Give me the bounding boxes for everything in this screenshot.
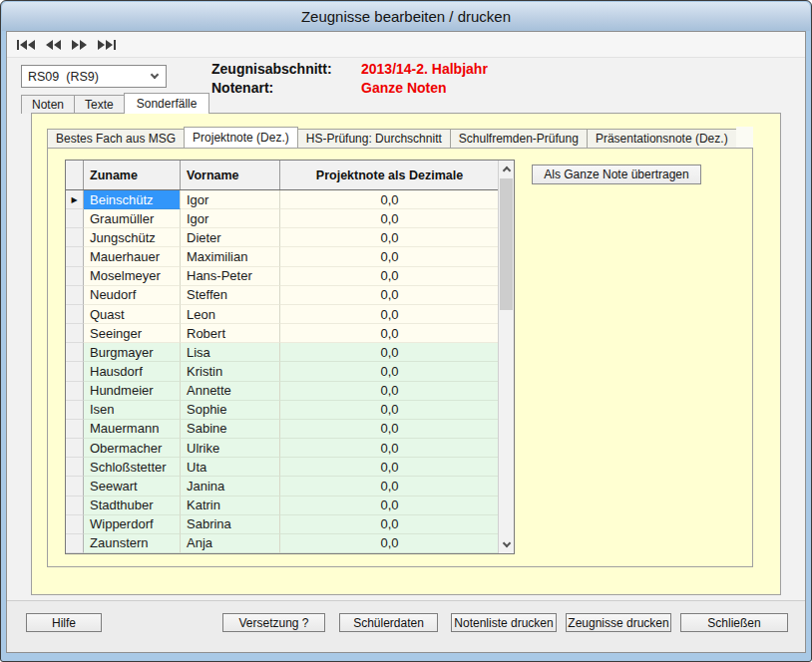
table-row[interactable]: Burgmayer Lisa 0,0 (66, 343, 498, 362)
cell-zuname[interactable]: Jungschütz (84, 228, 181, 247)
cell-zuname[interactable]: Hausdorf (84, 362, 181, 381)
cell-zuname[interactable]: Neudorf (84, 286, 181, 305)
tab-hs-pruefung-durchschnitt[interactable]: HS-Prüfung: Durchschnitt (297, 129, 451, 148)
zeugnisse-drucken-button[interactable]: Zeugnisse drucken (566, 613, 671, 632)
cell-vorname[interactable]: Igor (181, 190, 280, 209)
table-row[interactable]: Hundmeier Annette 0,0 (66, 382, 498, 401)
column-header-projektnote[interactable]: Projektnote als Dezimale (280, 161, 500, 189)
row-selector-cell[interactable] (66, 343, 84, 362)
table-row[interactable]: Quast Leon 0,0 (66, 305, 498, 324)
close-button[interactable]: Schließen (680, 613, 788, 632)
help-button[interactable]: Hilfe (26, 613, 102, 632)
table-row[interactable]: Obermacher Ulrike 0,0 (66, 439, 498, 458)
cell-zuname[interactable]: Obermacher (84, 439, 181, 458)
nav-previous-record-button[interactable] (44, 38, 63, 52)
row-selector-cell[interactable] (66, 324, 84, 343)
row-selector-cell[interactable] (66, 496, 84, 515)
cell-vorname[interactable]: Maximilian (181, 247, 280, 266)
table-row[interactable]: Graumüller Igor 0,0 (66, 209, 498, 228)
cell-projektnote[interactable]: 0,0 (280, 190, 500, 209)
row-selector-cell[interactable] (66, 382, 84, 401)
row-selector-cell[interactable] (66, 362, 84, 381)
table-row[interactable]: Moselmeyer Hans-Peter 0,0 (66, 267, 498, 286)
cell-vorname[interactable]: Sabine (181, 420, 280, 439)
table-row[interactable]: ▶ Beinschütz Igor 0,0 (66, 190, 498, 209)
tab-sonderfaelle[interactable]: Sonderfälle (124, 93, 210, 114)
table-row[interactable]: Seewart Janina 0,0 (66, 477, 498, 496)
cell-zuname[interactable]: Stadthuber (84, 496, 181, 515)
row-selector-cell[interactable] (66, 477, 84, 496)
row-selector-cell[interactable] (66, 267, 84, 286)
table-row[interactable]: Neudorf Steffen 0,0 (66, 286, 498, 305)
cell-projektnote[interactable]: 0,0 (280, 439, 500, 458)
tab-bestes-fach-aus-msg[interactable]: Bestes Fach aus MSG (47, 129, 185, 148)
column-header-vorname[interactable]: Vorname (181, 161, 280, 189)
notenliste-drucken-button[interactable]: Notenliste drucken (451, 613, 557, 632)
row-selector-cell[interactable] (66, 228, 84, 247)
title-bar[interactable]: Zeugnisse bearbeiten / drucken (2, 2, 810, 31)
class-select[interactable]: RS09 (RS9) (21, 65, 167, 88)
cell-projektnote[interactable]: 0,0 (280, 228, 500, 247)
scroll-up-button[interactable] (499, 161, 514, 177)
cell-vorname[interactable]: Uta (181, 458, 280, 477)
row-selector-cell[interactable] (66, 515, 84, 534)
row-selector-cell[interactable] (66, 209, 84, 228)
cell-zuname[interactable]: Mauermann (84, 420, 181, 439)
table-row[interactable]: Mauermann Sabine 0,0 (66, 420, 498, 439)
table-row[interactable]: Isen Sophie 0,0 (66, 401, 498, 420)
cell-projektnote[interactable]: 0,0 (280, 267, 500, 286)
row-selector-cell[interactable] (66, 286, 84, 305)
tab-noten[interactable]: Noten (21, 95, 75, 114)
scrollbar-thumb[interactable] (500, 178, 513, 310)
cell-zuname[interactable]: Burgmayer (84, 343, 181, 362)
cell-zuname[interactable]: Zaunstern (84, 534, 181, 553)
cell-vorname[interactable]: Sophie (181, 401, 280, 420)
cell-zuname[interactable]: Mauerhauer (84, 247, 181, 266)
table-row[interactable]: Stadthuber Katrin 0,0 (66, 496, 498, 515)
cell-projektnote[interactable]: 0,0 (280, 305, 500, 324)
table-row[interactable]: Schloßstetter Uta 0,0 (66, 458, 498, 477)
row-selector-cell[interactable] (66, 420, 84, 439)
cell-vorname[interactable]: Steffen (181, 286, 280, 305)
table-row[interactable]: Seeinger Robert 0,0 (66, 324, 498, 343)
schuelerdaten-button[interactable]: Schülerdaten (339, 613, 438, 632)
nav-next-record-button[interactable] (70, 38, 89, 52)
row-selector-cell[interactable] (66, 247, 84, 266)
cell-vorname[interactable]: Annette (181, 382, 280, 401)
cell-projektnote[interactable]: 0,0 (280, 324, 500, 343)
cell-zuname[interactable]: Moselmeyer (84, 267, 181, 286)
cell-vorname[interactable]: Janina (181, 477, 280, 496)
table-row[interactable]: Wipperdorf Sabrina 0,0 (66, 515, 498, 534)
cell-vorname[interactable]: Sabrina (181, 515, 280, 534)
cell-vorname[interactable]: Leon (181, 305, 280, 324)
cell-projektnote[interactable]: 0,0 (280, 515, 500, 534)
row-selector-cell[interactable]: ▶ (66, 190, 84, 209)
cell-projektnote[interactable]: 0,0 (280, 343, 500, 362)
cell-projektnote[interactable]: 0,0 (280, 420, 500, 439)
table-row[interactable]: Mauerhauer Maximilian 0,0 (66, 247, 498, 266)
cell-zuname[interactable]: Hundmeier (84, 382, 181, 401)
cell-zuname[interactable]: Seeinger (84, 324, 181, 343)
table-row[interactable]: Hausdorf Kristin 0,0 (66, 362, 498, 381)
cell-vorname[interactable]: Ulrike (181, 439, 280, 458)
cell-projektnote[interactable]: 0,0 (280, 534, 500, 553)
row-selector-cell[interactable] (66, 401, 84, 420)
cell-zuname[interactable]: Schloßstetter (84, 458, 181, 477)
tab-projektnote-dez[interactable]: Projektnote (Dez.) (184, 127, 298, 148)
cell-vorname[interactable]: Anja (181, 534, 280, 553)
column-header-zuname[interactable]: Zuname (84, 161, 181, 189)
row-selector-cell[interactable] (66, 534, 84, 553)
row-selector-cell[interactable] (66, 458, 84, 477)
cell-projektnote[interactable]: 0,0 (280, 362, 500, 381)
transfer-as-whole-grade-button[interactable]: Als Ganze Note übertragen (532, 165, 701, 184)
scroll-down-button[interactable] (499, 536, 514, 553)
grid-vertical-scrollbar[interactable] (498, 161, 514, 553)
cell-vorname[interactable]: Lisa (181, 343, 280, 362)
cell-zuname[interactable]: Wipperdorf (84, 515, 181, 534)
cell-zuname[interactable]: Graumüller (84, 209, 181, 228)
cell-projektnote[interactable]: 0,0 (280, 209, 500, 228)
cell-vorname[interactable]: Robert (181, 324, 280, 343)
row-selector-cell[interactable] (66, 439, 84, 458)
nav-last-record-button[interactable] (96, 38, 118, 52)
cell-vorname[interactable]: Igor (181, 209, 280, 228)
